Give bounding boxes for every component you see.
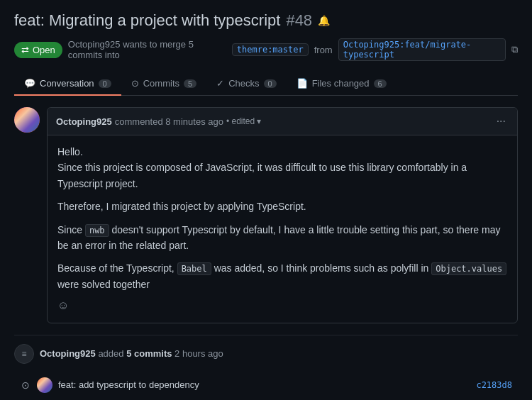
checks-tab-icon: ✓ (216, 78, 224, 89)
checks-tab-badge: 0 (264, 79, 277, 88)
copy-branch-icon[interactable]: ⧉ (511, 44, 518, 55)
commit-avatar-1 (37, 377, 52, 393)
chevron-down-icon: ▾ (257, 116, 261, 126)
object-values-code: Object.values (431, 262, 506, 275)
tabs-bar: 💬 Conversation 0 ⊙ Commits 5 ✓ Checks 0 … (14, 72, 518, 96)
open-badge: ⇄ Open (14, 42, 62, 58)
pr-meta: ⇄ Open Octoping925 wants to merge 5 comm… (14, 38, 518, 61)
source-branch[interactable]: Octoping925:feat/migrate-typescript (338, 38, 506, 61)
tab-commits[interactable]: ⊙ Commits 5 (121, 72, 206, 96)
commits-count: 5 commits (126, 348, 172, 359)
target-branch[interactable]: themre:master (232, 43, 309, 56)
comment-header-left: Octoping925 commented 8 minutes ago • ed… (56, 116, 261, 127)
commit-list-icon: ≡ (21, 349, 26, 359)
commits-header: ≡ Octoping925 added 5 commits 2 hours ag… (14, 341, 518, 367)
comment-line-2: Therefore, I migrated this project by ap… (57, 199, 507, 214)
open-badge-icon: ⇄ (21, 45, 29, 55)
commits-section-icon: ≡ (14, 344, 34, 364)
files-changed-tab-icon: 📄 (297, 78, 308, 89)
comment-header: Octoping925 commented 8 minutes ago • ed… (48, 108, 517, 135)
pr-title: feat: Migrating a project with typescrip… (14, 11, 518, 30)
commits-time: 2 hours ago (174, 348, 223, 359)
comment-line-3: Since nwb doesn't support Typescript by … (57, 222, 507, 254)
comment-time: commented 8 minutes ago (115, 116, 223, 127)
tab-conversation[interactable]: 💬 Conversation 0 (14, 72, 121, 96)
commits-section: ≡ Octoping925 added 5 commits 2 hours ag… (14, 341, 518, 400)
pin-icon: 🔔 (318, 15, 330, 26)
babel-code: Babel (177, 262, 211, 275)
commits-tab-badge: 5 (184, 79, 196, 88)
commit-list: ⊙ feat: add typescript to dependency c21… (14, 374, 518, 400)
commits-tab-icon: ⊙ (131, 78, 139, 89)
pr-number: #48 (286, 11, 312, 30)
avatar-image (14, 107, 40, 133)
tab-checks[interactable]: ✓ Checks 0 (206, 72, 286, 96)
tab-files-changed[interactable]: 📄 Files changed 6 (287, 72, 397, 96)
commit-message-1: feat: add typescript to dependency (58, 379, 470, 390)
from-label: from (314, 45, 333, 55)
section-divider (14, 335, 518, 335)
comment-more-button[interactable]: ··· (494, 113, 509, 129)
conversation-tab-badge: 0 (99, 79, 111, 88)
comment-box: Octoping925 commented 8 minutes ago • ed… (47, 107, 518, 323)
commits-action: added (98, 348, 126, 359)
files-changed-tab-label: Files changed (312, 78, 370, 89)
commit-item: ⊙ feat: add typescript to dependency c21… (14, 374, 518, 396)
conversation-tab-label: Conversation (40, 78, 94, 89)
edited-label: • edited ▾ (226, 116, 261, 126)
comment-line-1: Hello.Since this project is composed of … (57, 144, 507, 191)
comment-section: Octoping925 commented 8 minutes ago • ed… (14, 107, 518, 323)
checks-tab-label: Checks (228, 78, 259, 89)
comment-line-4: Because of the Typescript, Babel was add… (57, 260, 507, 292)
pr-title-text: feat: Migrating a project with typescrip… (14, 11, 280, 30)
pr-meta-text: Octoping925 wants to merge 5 commits int… (68, 39, 226, 60)
commit-branch-icon-1: ⊙ (20, 379, 31, 391)
commits-meta-text: Octoping925 added 5 commits 2 hours ago (40, 348, 223, 359)
files-changed-tab-badge: 6 (374, 79, 387, 88)
commenter-name[interactable]: Octoping925 (56, 116, 112, 127)
commits-tab-label: Commits (143, 78, 179, 89)
commenter-avatar (14, 107, 40, 133)
nwb-code: nwb (85, 224, 109, 237)
conversation-tab-icon: 💬 (24, 78, 35, 89)
commit-hash-1[interactable]: c2183d8 (476, 380, 512, 390)
commits-author[interactable]: Octoping925 (40, 348, 96, 359)
comment-body: Hello.Since this project is composed of … (48, 135, 517, 323)
commit-item: ⊙ feat: add tsconfig.json 493c674 (14, 398, 518, 400)
emoji-reaction-button[interactable]: ☺ (57, 299, 69, 312)
